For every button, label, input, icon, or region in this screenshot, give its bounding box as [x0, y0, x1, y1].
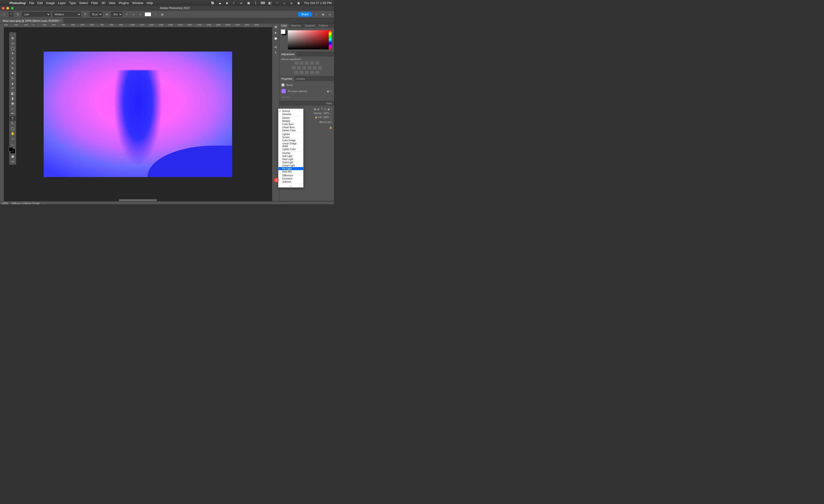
filter-shape-icon[interactable]: ▢ — [324, 108, 326, 110]
vibrance-icon[interactable] — [315, 61, 319, 65]
antialias-select[interactable]: Sharp — [111, 12, 123, 17]
blend-mode-item[interactable]: Darker Color — [279, 129, 303, 132]
blend-mode-item[interactable]: Color Burn — [279, 123, 303, 126]
home-icon[interactable]: ⌂ — [2, 12, 7, 17]
menu-layer[interactable]: Layer — [58, 1, 66, 5]
properties-tab[interactable]: Properties — [279, 77, 294, 81]
horizontal-scrollbar[interactable] — [119, 199, 157, 201]
bw-icon[interactable] — [302, 66, 306, 70]
blend-mode-item[interactable]: Overlay — [279, 152, 303, 155]
menu-help[interactable]: Help — [147, 1, 153, 5]
menu-image[interactable]: Image — [46, 1, 55, 5]
colorlookup-icon[interactable] — [318, 66, 322, 70]
gradient-tool[interactable]: ▮ — [10, 96, 16, 101]
blend-mode-item[interactable]: Subtract — [279, 180, 303, 183]
colorbalance-icon[interactable] — [297, 66, 301, 70]
fill-value[interactable]: 100% — [323, 116, 329, 119]
font-weight-select[interactable]: Medium — [53, 12, 81, 17]
crop-tool[interactable]: ⌗ — [10, 56, 16, 61]
snake-icon[interactable]: ∞ — [239, 1, 243, 5]
blend-mode-item[interactable]: Linear Dodge (Add) — [279, 142, 303, 148]
eyedropper-tool[interactable]: ✎ — [10, 66, 16, 71]
brush-tool[interactable]: ✎ — [10, 76, 16, 81]
filter-pixel-icon[interactable]: ▦ — [314, 108, 316, 110]
frame-icon[interactable]: ▭ — [327, 12, 332, 17]
adjustments-tab[interactable]: Adjustments — [279, 52, 296, 57]
lasso-tool[interactable]: ◯ — [10, 46, 16, 51]
font-family-select[interactable]: Lato — [22, 12, 50, 17]
blend-mode-item[interactable]: Lighter Color — [279, 148, 303, 151]
comments-panel-icon[interactable]: 💬 — [274, 37, 278, 40]
toolbox-expand-icon[interactable]: » — [14, 33, 15, 35]
blend-mode-item[interactable]: Color Dodge — [279, 139, 303, 142]
filter-type-icon[interactable]: T — [321, 108, 322, 110]
dodge-tool[interactable]: ☼ — [10, 106, 16, 111]
chevron-down-icon[interactable]: ⌄ — [330, 116, 332, 119]
siri-icon[interactable]: ◉ — [297, 1, 301, 5]
share-button[interactable]: Share — [298, 12, 312, 17]
type-tool[interactable]: T — [10, 116, 16, 121]
hue-icon[interactable] — [292, 66, 296, 70]
bluetooth-icon[interactable]: ᛒ — [254, 1, 258, 5]
blend-mode-item[interactable]: Linear Light — [279, 164, 303, 167]
canvas[interactable] — [4, 27, 272, 201]
chevron-right-icon[interactable]: › — [43, 202, 44, 204]
history-brush-tool[interactable]: ↶ — [10, 86, 16, 91]
blend-mode-item[interactable]: Soft Light — [279, 155, 303, 158]
document-info[interactable]: 1946 px x 1298 px (72 ppi) — [11, 202, 39, 204]
paths-tab[interactable]: Paths — [324, 101, 334, 106]
ruler-vertical[interactable] — [0, 27, 4, 201]
menu-type[interactable]: Type — [69, 1, 76, 5]
libraries-tab[interactable]: Libraries — [294, 77, 307, 81]
menu-3d[interactable]: 3D — [101, 1, 105, 5]
facetime-icon[interactable]: ■ — [225, 1, 229, 5]
char-panel-icon[interactable]: ▦ — [160, 12, 165, 17]
gradients-tab[interactable]: Gradients — [303, 23, 317, 28]
blend-mode-item[interactable]: Multiply — [279, 119, 303, 123]
menu-file[interactable]: File — [29, 1, 34, 5]
document-tab[interactable]: Base layer.jpeg @ 100% (Blend Layer, RGB… — [0, 18, 64, 23]
brightness-icon[interactable] — [294, 61, 298, 65]
channelmixer-icon[interactable] — [313, 66, 317, 70]
heal-tool[interactable]: ✚ — [10, 71, 16, 76]
layer-name[interactable]: Blend Layer — [319, 121, 332, 123]
maximize-window-button[interactable] — [11, 7, 14, 10]
warp-text-icon[interactable]: ⌇ — [153, 12, 158, 17]
toolbox-close-icon[interactable]: × — [10, 33, 11, 35]
blend-mode-item[interactable]: Darken — [279, 116, 303, 119]
record-icon[interactable]: ▣ — [247, 1, 250, 5]
blend-mode-item[interactable]: Difference — [279, 174, 303, 177]
blend-mode-item[interactable]: Hard Mix — [279, 170, 303, 173]
blend-mode-item[interactable]: Linear Burn — [279, 126, 303, 129]
blur-tool[interactable]: ◉ — [10, 101, 16, 106]
filter-smart-icon[interactable]: ▣ — [327, 108, 330, 110]
frame-tool[interactable]: ✕ — [10, 61, 16, 66]
align-right-icon[interactable]: ≡ — [138, 12, 143, 17]
align-left-icon[interactable]: ≡ — [124, 12, 129, 17]
controlcenter-icon[interactable]: ⚌ — [290, 1, 293, 5]
mask-thumbnail[interactable] — [281, 89, 286, 94]
blend-mode-item[interactable]: Dissolve — [279, 113, 303, 116]
zoom-tool[interactable]: ⌕ — [10, 136, 16, 141]
wand-tool[interactable]: ✦ — [10, 51, 16, 56]
eraser-tool[interactable]: ◧ — [10, 91, 16, 96]
actions-panel-icon[interactable]: ▶ — [275, 31, 277, 34]
blend-mode-item[interactable]: Screen — [279, 136, 303, 139]
history-panel-icon[interactable]: ▦ — [275, 25, 277, 28]
menu-edit[interactable]: Edit — [37, 1, 43, 5]
type-tool-indicator-icon[interactable]: T — [9, 12, 13, 17]
blend-scroll-down-icon[interactable]: ⌄ — [279, 184, 303, 187]
levels-icon[interactable] — [300, 61, 303, 65]
shape-tool[interactable]: ◯ — [10, 126, 16, 131]
align-center-icon[interactable]: ≡ — [131, 12, 136, 17]
moon-icon[interactable]: ☾ — [232, 1, 236, 5]
move-tool[interactable]: ✥ — [10, 36, 16, 40]
opacity-value[interactable]: 100% — [323, 112, 329, 114]
font-size-select[interactable]: 30 pt — [90, 12, 103, 17]
menu-select[interactable]: Select — [79, 1, 88, 5]
hue-strip[interactable] — [329, 30, 332, 49]
apple-icon[interactable] — [2, 1, 6, 5]
fg-bg-swatch[interactable] — [281, 29, 286, 34]
filter-toggle-icon[interactable]: • — [331, 108, 332, 110]
color-picker-field[interactable] — [288, 30, 332, 49]
